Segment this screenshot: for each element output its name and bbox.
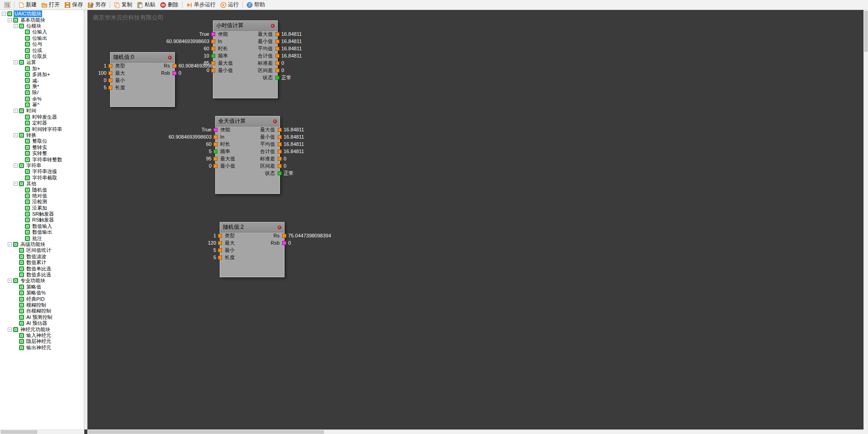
tree-item[interactable]: RS触发器 xyxy=(1,217,84,223)
tree-item[interactable]: 加+ xyxy=(1,66,84,72)
port-平均值[interactable] xyxy=(275,47,280,51)
tree-item[interactable]: 位或 xyxy=(1,47,84,53)
port-最大值[interactable] xyxy=(213,157,217,161)
port-状态[interactable] xyxy=(278,171,282,175)
port-区间差[interactable] xyxy=(278,164,282,168)
input-value[interactable]: 5 xyxy=(104,85,106,91)
tree-item[interactable]: -神经元功能块 xyxy=(1,326,84,332)
delete-button[interactable]: 删除 xyxy=(158,0,181,9)
tree-item[interactable]: 位输出 xyxy=(1,35,84,41)
tree-item[interactable]: 幂^ xyxy=(1,102,84,108)
tree-item[interactable]: 乘* xyxy=(1,84,84,90)
input-value[interactable]: 60.9084693998603 xyxy=(169,134,212,140)
save-button[interactable]: 保存 xyxy=(62,0,85,9)
port-合计值[interactable] xyxy=(278,149,282,154)
tree-item[interactable]: 输出神经元 xyxy=(1,344,84,350)
port-频率[interactable] xyxy=(213,149,217,154)
port-时长[interactable] xyxy=(213,142,217,146)
tree-item[interactable]: 数值累计 xyxy=(1,260,84,265)
tree-item[interactable]: -字符串 xyxy=(1,163,84,169)
tree-item[interactable]: -位模块 xyxy=(1,23,84,29)
canvas-hscrollbar[interactable] xyxy=(87,429,863,434)
tree-item[interactable]: 区间值统计 xyxy=(1,247,84,253)
node-rand2[interactable]: 随机值:2类型1最大120最小5长度5Rs75.0447398098394Rsb… xyxy=(220,222,285,277)
tree-item[interactable]: 实转整 xyxy=(1,150,84,156)
tree-item[interactable]: 整转实 xyxy=(1,145,84,150)
port-区间差[interactable] xyxy=(275,68,280,72)
tree-item[interactable]: -其他 xyxy=(1,181,84,187)
port-状态[interactable] xyxy=(275,76,280,80)
expander-icon[interactable]: - xyxy=(8,18,12,22)
input-value[interactable]: 95 xyxy=(206,156,212,162)
node-day[interactable]: 全天值计算使能TrueIn60.9084693998603时长60频率5最大值9… xyxy=(215,116,280,194)
expander-icon[interactable]: - xyxy=(14,182,18,186)
port-标准差[interactable] xyxy=(275,61,280,65)
tree-item[interactable]: 位取反 xyxy=(1,53,84,59)
input-value[interactable]: 0 xyxy=(207,68,209,73)
input-value[interactable]: 0 xyxy=(209,163,212,169)
port-类型[interactable] xyxy=(218,234,222,238)
tree-item[interactable]: 策略值 xyxy=(1,284,84,290)
sidebar-hscrollbar[interactable] xyxy=(0,429,84,434)
port-频率[interactable] xyxy=(211,54,215,58)
hscroll-thumb[interactable] xyxy=(88,430,324,434)
port-使能[interactable] xyxy=(213,128,217,132)
tree-item[interactable]: 字符串截取 xyxy=(1,175,84,181)
tree-item[interactable]: 整取位 xyxy=(1,138,84,144)
copy-button[interactable]: 复制 xyxy=(111,0,135,9)
input-value[interactable]: 5 xyxy=(213,247,216,253)
tree-item[interactable]: 绝对值 xyxy=(1,193,84,199)
port-使能[interactable] xyxy=(211,32,215,36)
tree-item[interactable]: 数值单比选 xyxy=(1,265,84,271)
canvas[interactable]: 南京华米云控科技有限公司 随机值:0类型1最大100最小0长度5Rs60.908… xyxy=(87,10,863,429)
vscroll-thumb[interactable] xyxy=(864,11,868,52)
tree-item[interactable]: SR触发器 xyxy=(1,211,84,217)
tree-item[interactable]: 时间转字符串 xyxy=(1,126,84,132)
step-run-button[interactable]: 单步运行 xyxy=(184,0,218,9)
input-value[interactable]: 10 xyxy=(204,53,209,59)
tree-item[interactable]: 位输入 xyxy=(1,29,84,35)
tree-item[interactable]: -专业功能块 xyxy=(1,278,84,284)
node-title[interactable]: 随机值:0 xyxy=(111,53,174,63)
port-合计值[interactable] xyxy=(275,54,280,58)
tree-item[interactable]: 模糊控制 xyxy=(1,302,84,308)
expander-icon[interactable]: - xyxy=(14,164,18,168)
port-最小值[interactable] xyxy=(211,68,215,72)
canvas-vscrollbar[interactable] xyxy=(863,10,868,429)
expander-icon[interactable]: - xyxy=(8,279,12,283)
port-In[interactable] xyxy=(211,39,215,43)
node-rand0[interactable]: 随机值:0类型1最大100最小0长度5Rs60.9084693998603Rsb… xyxy=(110,52,175,107)
port-Rs[interactable] xyxy=(282,234,286,238)
tree-item[interactable]: 定时器 xyxy=(1,120,84,126)
tree-item[interactable]: 减- xyxy=(1,77,84,83)
tree-item[interactable]: 除/ xyxy=(1,90,84,96)
tree-item[interactable]: 数值滤波 xyxy=(1,254,84,260)
tree-item[interactable]: 经典PID xyxy=(1,296,84,302)
node-hour[interactable]: 小时值计算使能TrueIn60.9084693998603时长60频率10最大值… xyxy=(213,20,278,98)
port-长度[interactable] xyxy=(218,256,222,260)
port-Rs[interactable] xyxy=(173,64,177,68)
input-value[interactable]: 100 xyxy=(98,70,106,76)
sidebar-splitter[interactable] xyxy=(84,10,87,429)
tree-item[interactable]: -UAIC功能块 xyxy=(1,11,84,17)
run-button[interactable]: 运行 xyxy=(218,0,241,9)
tree-item[interactable]: 自模糊控制 xyxy=(1,308,84,314)
tree-item[interactable]: 时钟发生器 xyxy=(1,114,84,120)
tree-item[interactable]: 字符串连接 xyxy=(1,169,84,174)
tree-item[interactable]: AI 预估器 xyxy=(1,320,84,326)
tree-item[interactable]: 沿累加 xyxy=(1,205,84,211)
port-长度[interactable] xyxy=(108,86,112,90)
port-时长[interactable] xyxy=(211,47,215,51)
expander-icon[interactable]: - xyxy=(14,133,18,137)
port-最小[interactable] xyxy=(108,78,112,82)
tree-item[interactable]: 字符串转整数 xyxy=(1,156,84,162)
port-最小值[interactable] xyxy=(278,135,282,139)
input-value[interactable]: True xyxy=(199,31,209,37)
tree-item[interactable]: -基本功能块 xyxy=(1,17,84,23)
input-value[interactable]: 120 xyxy=(208,240,216,246)
tree-item[interactable]: 数值多比选 xyxy=(1,272,84,278)
tree-item[interactable]: 数值输入 xyxy=(1,223,84,229)
expander-icon[interactable]: - xyxy=(14,60,18,64)
port-最大值[interactable] xyxy=(278,128,282,132)
port-最大[interactable] xyxy=(108,71,112,75)
